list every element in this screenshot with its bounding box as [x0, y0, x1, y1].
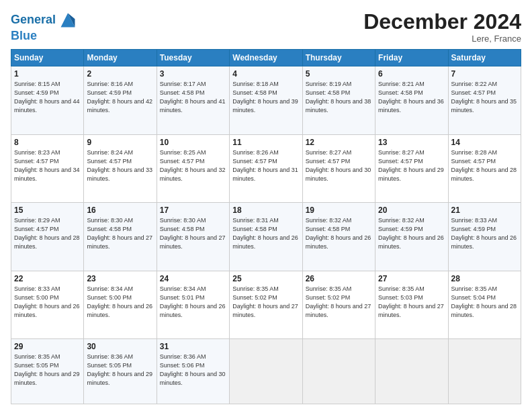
calendar-cell: 9Sunrise: 8:24 AMSunset: 4:57 PMDaylight…: [84, 134, 157, 203]
day-info: Sunrise: 8:23 AMSunset: 4:57 PMDaylight:…: [14, 148, 81, 183]
calendar-cell: 16Sunrise: 8:30 AMSunset: 4:58 PMDayligh…: [84, 203, 157, 271]
calendar-cell: 29Sunrise: 8:35 AMSunset: 5:05 PMDayligh…: [11, 339, 84, 404]
day-number: 8: [14, 138, 81, 147]
day-info: Sunrise: 8:21 AMSunset: 4:58 PMDaylight:…: [378, 80, 445, 115]
day-info: Sunrise: 8:34 AMSunset: 5:00 PMDaylight:…: [87, 285, 153, 320]
day-info: Sunrise: 8:34 AMSunset: 5:01 PMDaylight:…: [160, 285, 226, 320]
calendar-cell: [230, 339, 302, 404]
calendar-cell: 11Sunrise: 8:26 AMSunset: 4:57 PMDayligh…: [230, 134, 302, 203]
calendar-cell: 4Sunrise: 8:18 AMSunset: 4:58 PMDaylight…: [230, 66, 302, 135]
day-info: Sunrise: 8:35 AMSunset: 5:02 PMDaylight:…: [232, 285, 299, 320]
day-info: Sunrise: 8:22 AMSunset: 4:57 PMDaylight:…: [451, 80, 518, 115]
calendar-cell: 28Sunrise: 8:35 AMSunset: 5:04 PMDayligh…: [448, 271, 521, 339]
calendar-cell: 24Sunrise: 8:34 AMSunset: 5:01 PMDayligh…: [157, 271, 229, 339]
day-number: 27: [378, 274, 445, 283]
day-info: Sunrise: 8:27 AMSunset: 4:57 PMDaylight:…: [306, 148, 372, 183]
day-info: Sunrise: 8:36 AMSunset: 5:06 PMDaylight:…: [160, 353, 226, 387]
day-number: 16: [87, 205, 153, 215]
day-info: Sunrise: 8:35 AMSunset: 5:05 PMDaylight:…: [14, 353, 81, 387]
calendar-cell: 19Sunrise: 8:32 AMSunset: 4:58 PMDayligh…: [302, 203, 375, 271]
day-info: Sunrise: 8:35 AMSunset: 5:03 PMDaylight:…: [378, 285, 445, 320]
weekday-header-monday: Monday: [84, 50, 157, 66]
calendar-cell: 14Sunrise: 8:28 AMSunset: 4:57 PMDayligh…: [448, 134, 521, 203]
header: General Blue December 2024 Lere, France: [11, 11, 521, 44]
day-info: Sunrise: 8:35 AMSunset: 5:04 PMDaylight:…: [451, 285, 518, 320]
day-info: Sunrise: 8:17 AMSunset: 4:58 PMDaylight:…: [160, 80, 226, 115]
day-info: Sunrise: 8:31 AMSunset: 4:58 PMDaylight:…: [232, 216, 299, 251]
calendar-cell: 12Sunrise: 8:27 AMSunset: 4:57 PMDayligh…: [302, 134, 375, 203]
day-number: 1: [14, 69, 81, 79]
day-number: 23: [87, 274, 153, 283]
calendar-cell: 8Sunrise: 8:23 AMSunset: 4:57 PMDaylight…: [11, 134, 84, 203]
day-number: 7: [451, 69, 518, 79]
weekday-header-wednesday: Wednesday: [230, 50, 302, 66]
calendar-cell: 18Sunrise: 8:31 AMSunset: 4:58 PMDayligh…: [230, 203, 302, 271]
title-block: December 2024 Lere, France: [363, 11, 521, 44]
day-number: 10: [160, 138, 226, 147]
calendar-cell: 31Sunrise: 8:36 AMSunset: 5:06 PMDayligh…: [157, 339, 229, 404]
day-number: 11: [232, 138, 299, 147]
calendar-cell: 5Sunrise: 8:19 AMSunset: 4:58 PMDaylight…: [302, 66, 375, 135]
day-number: 12: [306, 138, 372, 147]
day-number: 3: [160, 69, 226, 79]
day-number: 20: [378, 205, 445, 215]
calendar-cell: 21Sunrise: 8:33 AMSunset: 4:59 PMDayligh…: [448, 203, 521, 271]
month-title: December 2024: [363, 11, 521, 32]
calendar-cell: 27Sunrise: 8:35 AMSunset: 5:03 PMDayligh…: [375, 271, 448, 339]
calendar-cell: 17Sunrise: 8:30 AMSunset: 4:58 PMDayligh…: [157, 203, 229, 271]
day-number: 6: [378, 69, 445, 79]
weekday-header-tuesday: Tuesday: [157, 50, 229, 66]
day-info: Sunrise: 8:26 AMSunset: 4:57 PMDaylight:…: [232, 148, 299, 183]
weekday-header-friday: Friday: [375, 50, 448, 66]
day-number: 22: [14, 274, 81, 283]
day-info: Sunrise: 8:25 AMSunset: 4:57 PMDaylight:…: [160, 148, 226, 183]
day-number: 30: [87, 342, 153, 351]
weekday-header-sunday: Sunday: [11, 50, 84, 66]
day-info: Sunrise: 8:30 AMSunset: 4:58 PMDaylight:…: [87, 216, 153, 251]
logo-text-blue: Blue: [11, 30, 77, 43]
day-info: Sunrise: 8:16 AMSunset: 4:59 PMDaylight:…: [87, 80, 153, 115]
day-info: Sunrise: 8:19 AMSunset: 4:58 PMDaylight:…: [306, 80, 372, 115]
day-number: 15: [14, 205, 81, 215]
day-info: Sunrise: 8:18 AMSunset: 4:58 PMDaylight:…: [232, 80, 299, 115]
location: Lere, France: [363, 34, 521, 44]
weekday-header-thursday: Thursday: [302, 50, 375, 66]
calendar-cell: 26Sunrise: 8:35 AMSunset: 5:02 PMDayligh…: [302, 271, 375, 339]
calendar-cell: 15Sunrise: 8:29 AMSunset: 4:57 PMDayligh…: [11, 203, 84, 271]
day-info: Sunrise: 8:27 AMSunset: 4:57 PMDaylight:…: [378, 148, 445, 183]
day-number: 19: [306, 205, 372, 215]
calendar-cell: 30Sunrise: 8:36 AMSunset: 5:05 PMDayligh…: [84, 339, 157, 404]
calendar-cell: [375, 339, 448, 404]
day-info: Sunrise: 8:15 AMSunset: 4:59 PMDaylight:…: [14, 80, 81, 115]
logo-icon: [58, 11, 77, 30]
day-number: 13: [378, 138, 445, 147]
day-info: Sunrise: 8:36 AMSunset: 5:05 PMDaylight:…: [87, 353, 153, 387]
day-number: 25: [232, 274, 299, 283]
calendar-cell: [448, 339, 521, 404]
day-info: Sunrise: 8:33 AMSunset: 4:59 PMDaylight:…: [451, 216, 518, 251]
day-info: Sunrise: 8:30 AMSunset: 4:58 PMDaylight:…: [160, 216, 226, 251]
day-info: Sunrise: 8:33 AMSunset: 5:00 PMDaylight:…: [14, 285, 81, 320]
day-info: Sunrise: 8:29 AMSunset: 4:57 PMDaylight:…: [14, 216, 81, 251]
day-number: 29: [14, 342, 81, 351]
page: General Blue December 2024 Lere, France …: [0, 0, 532, 411]
weekday-header-saturday: Saturday: [448, 50, 521, 66]
calendar-cell: 2Sunrise: 8:16 AMSunset: 4:59 PMDaylight…: [84, 66, 157, 135]
day-number: 9: [87, 138, 153, 147]
calendar-cell: [302, 339, 375, 404]
day-number: 14: [451, 138, 518, 147]
calendar-cell: 13Sunrise: 8:27 AMSunset: 4:57 PMDayligh…: [375, 134, 448, 203]
day-number: 24: [160, 274, 226, 283]
calendar-cell: 10Sunrise: 8:25 AMSunset: 4:57 PMDayligh…: [157, 134, 229, 203]
calendar-cell: 20Sunrise: 8:32 AMSunset: 4:59 PMDayligh…: [375, 203, 448, 271]
day-info: Sunrise: 8:28 AMSunset: 4:57 PMDaylight:…: [451, 148, 518, 183]
calendar-cell: 25Sunrise: 8:35 AMSunset: 5:02 PMDayligh…: [230, 271, 302, 339]
logo: General Blue: [11, 11, 77, 43]
day-number: 4: [232, 69, 299, 79]
logo-text: General: [11, 13, 56, 27]
day-info: Sunrise: 8:24 AMSunset: 4:57 PMDaylight:…: [87, 148, 153, 183]
day-info: Sunrise: 8:35 AMSunset: 5:02 PMDaylight:…: [306, 285, 372, 320]
day-number: 2: [87, 69, 153, 79]
day-number: 18: [232, 205, 299, 215]
weekday-header-row: SundayMondayTuesdayWednesdayThursdayFrid…: [11, 50, 521, 66]
